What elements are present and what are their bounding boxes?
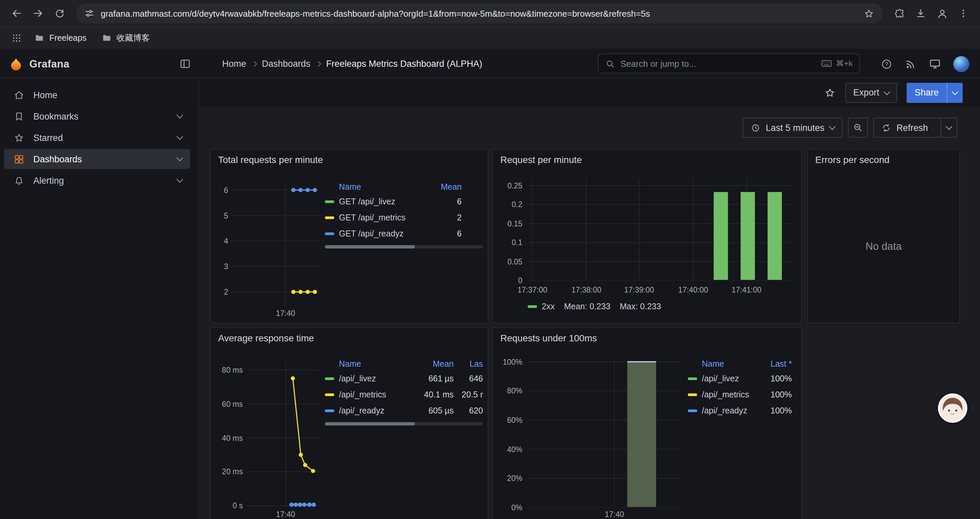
series-name[interactable]: 2xx: [542, 302, 555, 311]
y-axis-tick: 60 ms: [212, 399, 243, 409]
monitor-icon: [929, 57, 941, 70]
bookmark-star-icon[interactable]: [863, 8, 875, 19]
keyboard-icon: [821, 59, 832, 67]
series-name[interactable]: GET /api/_livez: [339, 197, 431, 206]
url-input[interactable]: [101, 8, 857, 18]
series-name[interactable]: GET /api/_readyz: [339, 229, 431, 238]
refresh-button[interactable]: Refresh: [873, 118, 957, 137]
series-swatch: [688, 409, 697, 412]
site-info-icon[interactable]: [84, 8, 95, 19]
bookmark-item-freeleaps[interactable]: Freeleaps: [28, 30, 92, 46]
sidebar-toggle-button[interactable]: [179, 57, 191, 70]
zoom-out-button[interactable]: [848, 118, 868, 137]
chevron-down-icon[interactable]: [177, 155, 183, 161]
series-name[interactable]: GET /api/_metrics: [339, 213, 431, 222]
help-button[interactable]: ?: [881, 58, 892, 70]
chevron-down-icon[interactable]: [177, 133, 183, 140]
total-requests-chart[interactable]: [231, 180, 320, 306]
breadcrumb-dashboards[interactable]: Dashboards: [262, 59, 310, 69]
chevron-down-icon[interactable]: [177, 112, 183, 118]
apps-button[interactable]: [8, 29, 25, 47]
back-arrow-icon: [11, 7, 23, 19]
series-name[interactable]: /api/_livez: [702, 374, 754, 383]
search-input[interactable]: [620, 58, 816, 69]
series-name[interactable]: /api/_metrics: [702, 390, 754, 399]
x-axis-tick: 17:40:00: [673, 285, 713, 295]
folder-icon: [101, 33, 112, 43]
back-button[interactable]: [7, 3, 27, 23]
legend-header-last[interactable]: Las: [453, 359, 483, 369]
breadcrumb: Home Dashboards Freeleaps Metrics Dashbo…: [222, 50, 482, 78]
share-button[interactable]: Share: [907, 83, 963, 102]
export-label: Export: [853, 88, 879, 97]
y-axis-tick: 5: [211, 211, 228, 220]
panel-title[interactable]: Average response time: [218, 333, 314, 343]
profile-button[interactable]: [932, 3, 952, 23]
downloads-button[interactable]: [911, 3, 931, 23]
series-name[interactable]: /api/_readyz: [702, 406, 754, 415]
request-per-minute-chart[interactable]: [528, 179, 792, 281]
sidebar-item-dashboards[interactable]: Dashboards: [4, 149, 190, 169]
breadcrumb-home[interactable]: Home: [222, 59, 246, 69]
search-bar[interactable]: ⌘+k: [598, 53, 860, 73]
dashboard-main: Export Share Last 5 minutes: [199, 78, 980, 519]
chevron-right-icon: [315, 61, 321, 67]
x-axis-tick: 17:38:00: [566, 285, 606, 295]
time-range-picker[interactable]: Last 5 minutes: [743, 118, 843, 137]
chevron-down-icon[interactable]: [177, 176, 183, 183]
avg-response-time-chart[interactable]: [248, 361, 320, 507]
legend-table: Name Mean GET /api/_livez 6 GET /api/_me…: [325, 180, 483, 249]
browser-menu-button[interactable]: [953, 3, 973, 23]
panel-title[interactable]: Requests under 100ms: [500, 333, 597, 343]
legend-header-name[interactable]: Name: [325, 182, 431, 192]
sidebar-item-home[interactable]: Home: [4, 85, 190, 105]
series-name[interactable]: /api/_readyz: [339, 406, 412, 415]
legend-header-name[interactable]: Name: [325, 359, 412, 369]
legend-header-last[interactable]: Last *: [754, 359, 792, 369]
profile-person-icon: [935, 7, 948, 20]
legend-scrollbar[interactable]: [325, 422, 483, 425]
series-name[interactable]: /api/_metrics: [339, 390, 412, 399]
series-last: 646: [453, 374, 483, 383]
legend-header-row: Name Mean: [325, 180, 483, 194]
legend-header-mean[interactable]: Mean: [412, 359, 453, 369]
breadcrumb-page-title: Freeleaps Metrics Dashboard (ALPHA): [326, 59, 482, 69]
panel-title[interactable]: Total requests per minute: [218, 154, 323, 165]
share-menu-button[interactable]: [947, 83, 963, 102]
refresh-interval-menu[interactable]: [941, 118, 957, 137]
requests-under-100ms-chart[interactable]: [528, 357, 682, 508]
legend-header-name[interactable]: Name: [688, 359, 754, 369]
avatar-face: [939, 395, 966, 422]
forward-button[interactable]: [28, 3, 48, 23]
series-last: 100%: [754, 374, 792, 383]
url-bar[interactable]: [76, 3, 883, 23]
series-mean: 6: [431, 197, 461, 206]
export-button[interactable]: Export: [845, 83, 897, 102]
panel-title[interactable]: Request per minute: [500, 154, 582, 165]
news-button[interactable]: [905, 58, 916, 70]
screen: Freeleaps 收藏博客 Grafana Home Dashboards F…: [0, 0, 980, 519]
reload-button[interactable]: [49, 3, 69, 23]
user-avatar[interactable]: [953, 56, 969, 72]
sidebar-item-starred[interactable]: Starred: [4, 128, 190, 148]
favorite-star-button[interactable]: [824, 86, 836, 99]
series-mean: 2: [431, 213, 461, 222]
bookmark-item-blogs[interactable]: 收藏博客: [95, 30, 156, 46]
scrollbar-thumb[interactable]: [325, 422, 415, 425]
panel-title[interactable]: Errors per second: [815, 154, 889, 165]
assistant-avatar[interactable]: [938, 393, 967, 423]
alerting-bell-icon: [13, 175, 25, 186]
sidebar-item-alerting[interactable]: Alerting: [4, 170, 190, 190]
grafana-brand[interactable]: Grafana: [9, 50, 69, 78]
legend-scrollbar[interactable]: [325, 245, 483, 249]
legend-header-mean[interactable]: Mean: [431, 182, 461, 192]
panel-requests-under-100ms: Requests under 100ms 100% 80% 60% 40% 20…: [492, 327, 802, 519]
series-name[interactable]: /api/_livez: [339, 374, 412, 383]
scrollbar-thumb[interactable]: [325, 245, 415, 249]
y-axis-tick: 40 ms: [212, 433, 243, 443]
extensions-button[interactable]: [889, 3, 909, 23]
series-last: 100%: [754, 390, 792, 399]
series-mean: 40.1 ms: [412, 390, 453, 399]
tv-mode-button[interactable]: [929, 57, 941, 70]
sidebar-item-bookmarks[interactable]: Bookmarks: [4, 106, 190, 126]
